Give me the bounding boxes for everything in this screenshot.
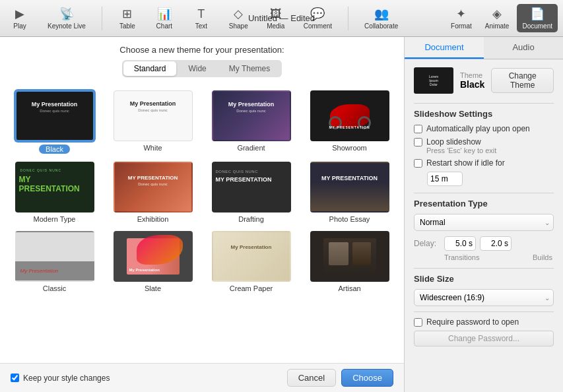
theme-drafting-thumbnail: DONEC QUIS NUNC MY PRESENTATION xyxy=(212,162,291,212)
theme-cream-thumbnail: My Presentation xyxy=(212,231,291,282)
loop-checkbox[interactable] xyxy=(414,138,422,147)
builds-field xyxy=(480,236,512,251)
delay-label: Delay: xyxy=(414,239,440,248)
keep-changes-label: Keep your style changes xyxy=(23,374,110,383)
panel-content: LoremIpsumDolor Theme Black Change Theme… xyxy=(405,59,563,354)
format-button[interactable]: ✦ Format xyxy=(446,4,477,32)
restart-row: Restart show if idle for xyxy=(414,158,554,168)
presentation-type-wrapper: Normal Links Only Self-Playing ⌄ xyxy=(414,214,554,231)
theme-photo-label: Photo Essay xyxy=(329,215,370,223)
comment-label: Comment xyxy=(304,22,332,30)
transitions-row: Transitions Builds xyxy=(414,253,554,261)
keep-changes-checkbox[interactable] xyxy=(11,374,19,382)
theme-exhibition-thumbnail: MY PRESENTATION Donec quis nunc xyxy=(114,162,193,212)
theme-slate[interactable]: My Presentation Slate xyxy=(109,231,197,292)
animate-button[interactable]: ◈ Animate xyxy=(480,4,515,32)
theme-black-thumbnail: My Presentation Donec quis nunc xyxy=(15,90,94,141)
theme-showroom-label: Showroom xyxy=(332,144,367,152)
shape-icon: ◇ xyxy=(234,7,243,21)
auto-play-checkbox[interactable] xyxy=(414,125,422,133)
theme-drafting[interactable]: DONEC QUIS NUNC MY PRESENTATION Drafting xyxy=(207,162,295,223)
separator-2 xyxy=(348,7,348,30)
chart-button[interactable]: 📊 Chart xyxy=(150,4,179,32)
transitions-label: Transitions xyxy=(444,253,479,261)
presentation-type-title: Presentation Type xyxy=(414,199,554,209)
theme-info: Theme Black xyxy=(460,71,484,90)
table-icon: ⊞ xyxy=(122,7,132,21)
theme-white[interactable]: My Presentation Donec quis nunc White xyxy=(109,90,197,154)
tab-audio[interactable]: Audio xyxy=(484,37,563,59)
presentation-type-select[interactable]: Normal Links Only Self-Playing xyxy=(414,214,554,231)
text-button[interactable]: T Text xyxy=(187,5,216,32)
change-password-button[interactable]: Change Password... xyxy=(414,331,554,346)
play-button[interactable]: ▶ Play xyxy=(5,4,34,32)
theme-preview-section: LoremIpsumDolor Theme Black Change Theme xyxy=(414,67,554,94)
slideshow-settings-title: Slideshow Settings xyxy=(414,109,554,119)
theme-gradient-label: Gradient xyxy=(237,144,265,152)
password-checkbox[interactable] xyxy=(414,318,422,327)
cancel-button[interactable]: Cancel xyxy=(287,369,336,387)
slide-size-row: Widescreen (16:9) Standard (4:3) Custom … xyxy=(414,289,554,306)
theme-white-thumbnail: My Presentation Donec quis nunc xyxy=(114,90,193,141)
chooser-footer: Keep your style changes Cancel Choose xyxy=(0,363,404,392)
tab-document[interactable]: Document xyxy=(405,37,484,59)
theme-showroom-thumbnail: MY PRESENTATION xyxy=(310,90,389,141)
toolbar-left: ▶ Play 📡 Keynote Live ⊞ Table 📊 Chart T … xyxy=(5,4,403,32)
builds-label: Builds xyxy=(533,253,552,261)
collaborate-button[interactable]: 👥 Collaborate xyxy=(359,4,403,32)
slide-size-select[interactable]: Widescreen (16:9) Standard (4:3) Custom … xyxy=(414,289,554,306)
divider-3 xyxy=(414,268,554,269)
table-label: Table xyxy=(119,22,135,30)
theme-black[interactable]: My Presentation Donec quis nunc Black xyxy=(11,90,98,154)
password-section: Require password to open Change Password… xyxy=(414,317,554,346)
theme-showroom[interactable]: MY PRESENTATION Showroom xyxy=(306,90,393,154)
choose-button[interactable]: Choose xyxy=(341,369,393,387)
theme-exhibition[interactable]: MY PRESENTATION Donec quis nunc Exhibiti… xyxy=(109,162,197,223)
main-area: Choose a new theme for your presentation… xyxy=(0,37,563,392)
document-icon: 📄 xyxy=(530,7,545,21)
loop-sub: Press 'Esc' key to exit xyxy=(426,147,496,154)
play-icon: ▶ xyxy=(15,7,24,21)
table-button[interactable]: ⊞ Table xyxy=(113,4,142,32)
chooser-title: Choose a new theme for your presentation… xyxy=(11,45,393,55)
theme-preview-thumbnail: LoremIpsumDolor xyxy=(414,67,453,94)
theme-slate-label: Slate xyxy=(145,284,161,292)
theme-gradient-thumbnail: My Presentation Donec quis nunc xyxy=(212,90,291,141)
theme-drafting-label: Drafting xyxy=(238,215,264,223)
panel-tabs: Document Audio xyxy=(405,37,563,59)
theme-modern[interactable]: DONEC QUIS NUNC MY PRESENTATION Modern T… xyxy=(11,162,98,223)
themes-grid: My Presentation Donec quis nunc Black My… xyxy=(0,82,404,363)
keynote-live-label: Keynote Live xyxy=(48,22,86,30)
divider-1 xyxy=(414,103,554,104)
builds-input[interactable] xyxy=(480,236,512,251)
media-label: Media xyxy=(267,22,284,30)
keynote-live-button[interactable]: 📡 Keynote Live xyxy=(42,4,91,32)
change-theme-button[interactable]: Change Theme xyxy=(491,68,554,93)
keep-changes-row: Keep your style changes xyxy=(11,374,110,383)
theme-gradient[interactable]: My Presentation Donec quis nunc Gradient xyxy=(207,90,295,154)
theme-cream[interactable]: My Presentation Cream Paper xyxy=(207,231,295,292)
chooser-tabs: Standard Wide My Themes xyxy=(122,60,282,77)
tab-wide[interactable]: Wide xyxy=(178,61,216,76)
idle-row xyxy=(427,172,554,186)
transitions-input[interactable] xyxy=(444,236,476,251)
theme-photo[interactable]: MY PRESENTATION Photo Essay xyxy=(306,162,393,223)
play-label: Play xyxy=(13,22,26,30)
transitions-field xyxy=(444,236,476,251)
tab-my-themes[interactable]: My Themes xyxy=(218,61,281,76)
format-label: Format xyxy=(451,22,472,30)
idle-input[interactable] xyxy=(427,172,463,186)
theme-info-name: Black xyxy=(460,79,484,90)
document-button[interactable]: 📄 Document xyxy=(517,4,558,32)
divider-2 xyxy=(414,193,554,193)
theme-classic[interactable]: My Presentation Classic xyxy=(11,231,98,292)
theme-modern-label: Modern Type xyxy=(33,215,75,223)
password-row: Require password to open xyxy=(414,317,554,327)
theme-modern-thumbnail: DONEC QUIS NUNC MY PRESENTATION xyxy=(15,162,94,212)
theme-artisan[interactable]: Artisan xyxy=(306,231,393,292)
separator-1 xyxy=(102,7,102,30)
restart-checkbox[interactable] xyxy=(414,159,422,168)
theme-chooser: Choose a new theme for your presentation… xyxy=(0,37,405,392)
tab-standard[interactable]: Standard xyxy=(123,61,177,76)
shape-label: Shape xyxy=(229,22,248,30)
